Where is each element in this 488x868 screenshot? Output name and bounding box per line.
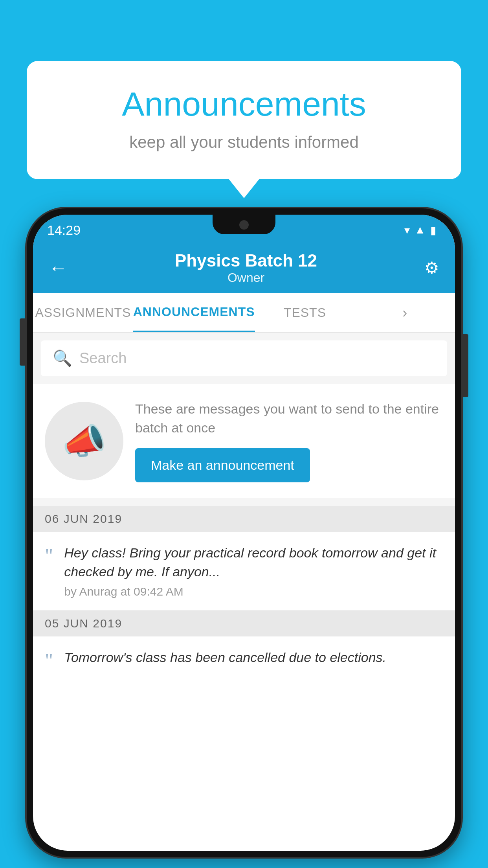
speech-bubble: Announcements keep all your students inf… <box>27 61 461 179</box>
date-section-2: 05 JUN 2019 <box>33 611 455 636</box>
announcement-description: These are messages you want to send to t… <box>135 400 443 437</box>
tab-tests[interactable]: TESTS <box>255 293 355 332</box>
quote-icon-1: " <box>45 546 53 566</box>
announcement-content-2: Tomorrow's class has been cancelled due … <box>64 648 443 667</box>
search-icon: 🔍 <box>53 349 72 368</box>
announcement-text-1: Hey class! Bring your practical record b… <box>64 544 443 581</box>
phone-inner: 14:29 ▾ ▲ ▮ ← Physics Batch 12 Owner ⚙ <box>33 215 455 851</box>
header-center: Physics Batch 12 Owner <box>175 251 317 285</box>
back-button[interactable]: ← <box>49 257 68 279</box>
quote-icon-2: " <box>45 651 53 671</box>
search-placeholder: Search <box>79 350 127 367</box>
announcement-text-2: Tomorrow's class has been cancelled due … <box>64 648 443 667</box>
phone-outer: 14:29 ▾ ▲ ▮ ← Physics Batch 12 Owner ⚙ <box>27 208 461 857</box>
make-announcement-button[interactable]: Make an announcement <box>135 448 310 482</box>
app-header: ← Physics Batch 12 Owner ⚙ <box>33 242 455 293</box>
announcement-icon-circle: 📣 <box>45 402 123 480</box>
tab-assignments[interactable]: ASSIGNMENTS <box>33 293 133 332</box>
speech-bubble-subtitle: keep all your students informed <box>42 133 446 152</box>
tabs-container: ASSIGNMENTS ANNOUNCEMENTS TESTS › <box>33 293 455 333</box>
content-area: 🔍 Search 📣 These are messages you want t… <box>33 333 455 683</box>
megaphone-icon: 📣 <box>62 421 106 462</box>
announcement-meta-1: by Anurag at 09:42 AM <box>64 585 443 598</box>
announcement-content-1: Hey class! Bring your practical record b… <box>64 544 443 598</box>
status-icons: ▾ ▲ ▮ <box>404 224 436 237</box>
settings-icon[interactable]: ⚙ <box>424 258 439 278</box>
wifi-icon: ▾ <box>404 224 410 237</box>
announcement-item-1: " Hey class! Bring your practical record… <box>33 532 455 611</box>
battery-icon: ▮ <box>430 224 436 237</box>
signal-icon: ▲ <box>415 224 426 236</box>
tab-announcements[interactable]: ANNOUNCEMENTS <box>133 293 255 332</box>
header-title: Physics Batch 12 <box>175 251 317 270</box>
search-bar[interactable]: 🔍 Search <box>41 340 447 376</box>
status-time: 14:29 <box>47 223 81 238</box>
phone-notch <box>213 215 275 234</box>
phone-wrapper: 14:29 ▾ ▲ ▮ ← Physics Batch 12 Owner ⚙ <box>27 208 461 857</box>
announcement-item-2: " Tomorrow's class has been cancelled du… <box>33 636 455 683</box>
speech-bubble-container: Announcements keep all your students inf… <box>27 61 461 179</box>
camera <box>239 220 249 230</box>
tab-more[interactable]: › <box>355 293 455 332</box>
announcement-right: These are messages you want to send to t… <box>135 400 443 482</box>
header-subtitle: Owner <box>175 270 317 285</box>
speech-bubble-title: Announcements <box>42 85 446 123</box>
announcement-prompt: 📣 These are messages you want to send to… <box>33 384 455 498</box>
date-section-1: 06 JUN 2019 <box>33 506 455 532</box>
